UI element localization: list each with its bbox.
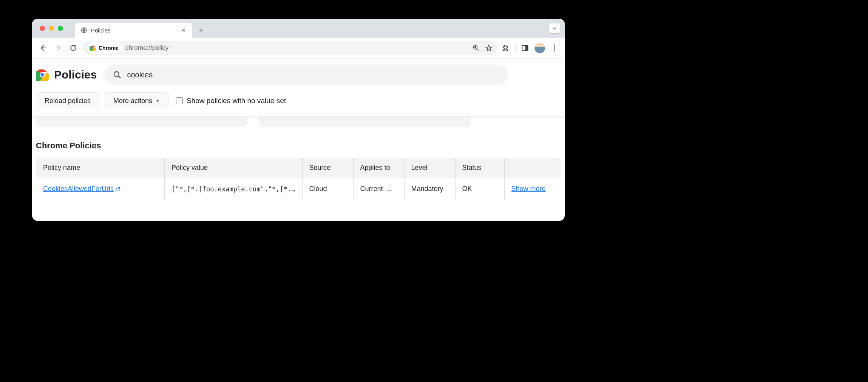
side-panel-icon[interactable] bbox=[520, 43, 530, 53]
section-title: Chrome Policies bbox=[36, 141, 561, 151]
col-policy-value: Policy value bbox=[165, 158, 303, 178]
table-header-row: Policy name Policy value Source Applies … bbox=[36, 158, 561, 178]
svg-point-14 bbox=[114, 72, 119, 77]
col-status: Status bbox=[455, 158, 504, 178]
url-text: chrome://policy bbox=[125, 44, 168, 52]
search-icon bbox=[113, 70, 122, 79]
back-button[interactable] bbox=[37, 42, 49, 54]
reload-policies-button[interactable]: Reload policies bbox=[36, 92, 99, 109]
policy-search-input[interactable] bbox=[127, 71, 500, 79]
globe-icon bbox=[80, 27, 87, 34]
table-row: CookiesAllowedForUrls ["*,[*.]foo.exampl… bbox=[36, 178, 561, 200]
omnibox-actions bbox=[472, 44, 493, 52]
status-cards-row bbox=[36, 118, 561, 127]
chevron-down-icon: ▼ bbox=[155, 98, 160, 103]
svg-point-10 bbox=[554, 49, 555, 51]
external-link-icon bbox=[115, 186, 120, 192]
svg-point-13 bbox=[40, 73, 44, 77]
policy-level-cell: Mandatory bbox=[404, 178, 455, 200]
chrome-logo-icon bbox=[90, 45, 96, 51]
policy-applies-cell: Current … bbox=[353, 178, 404, 200]
profile-avatar[interactable] bbox=[534, 43, 545, 53]
col-actions bbox=[504, 158, 561, 178]
policies-table: Policy name Policy value Source Applies … bbox=[36, 157, 561, 200]
browser-window: Policies Chrome ch bbox=[32, 19, 565, 221]
status-card bbox=[259, 118, 470, 127]
col-source: Source bbox=[302, 158, 353, 178]
new-tab-button[interactable] bbox=[195, 25, 207, 36]
bookmark-icon[interactable] bbox=[485, 44, 493, 52]
svg-point-9 bbox=[554, 47, 555, 48]
svg-rect-7 bbox=[526, 45, 528, 50]
reload-button[interactable] bbox=[68, 42, 79, 54]
tab-strip: Policies bbox=[32, 19, 565, 38]
col-level: Level bbox=[404, 158, 455, 178]
zoom-icon[interactable] bbox=[472, 44, 480, 52]
window-controls bbox=[40, 26, 63, 31]
show-no-value-toggle[interactable]: Show policies with no value set bbox=[176, 97, 286, 105]
svg-point-4 bbox=[93, 48, 94, 49]
toolbar-divider bbox=[515, 44, 516, 52]
more-actions-button[interactable]: More actions ▼ bbox=[105, 92, 168, 109]
sticky-header: Policies Reload policies More actions ▼ bbox=[32, 59, 565, 116]
chrome-logo-icon bbox=[36, 68, 49, 81]
forward-button[interactable] bbox=[53, 42, 64, 54]
col-applies: Applies to bbox=[353, 158, 404, 178]
more-actions-label: More actions bbox=[113, 97, 152, 105]
tab-overflow-button[interactable] bbox=[549, 23, 560, 33]
minimize-window-icon[interactable] bbox=[49, 26, 54, 31]
show-no-value-label: Show policies with no value set bbox=[187, 97, 286, 105]
tab-title: Policies bbox=[91, 27, 176, 34]
show-no-value-checkbox[interactable] bbox=[176, 97, 183, 104]
toolbar-right bbox=[501, 43, 559, 53]
col-policy-name: Policy name bbox=[36, 158, 165, 178]
extensions-icon[interactable] bbox=[501, 43, 511, 53]
policy-name-link[interactable]: CookiesAllowedForUrls bbox=[43, 185, 120, 193]
policy-search[interactable] bbox=[104, 65, 508, 85]
browser-toolbar: Chrome chrome://policy bbox=[32, 38, 565, 59]
reload-policies-label: Reload policies bbox=[45, 97, 91, 105]
svg-point-8 bbox=[554, 45, 555, 46]
site-chip-label: Chrome bbox=[99, 45, 119, 51]
close-tab-icon[interactable] bbox=[180, 27, 187, 34]
site-chip[interactable]: Chrome bbox=[87, 42, 122, 54]
page-title: Policies bbox=[54, 68, 97, 81]
policy-source-cell: Cloud bbox=[302, 178, 353, 200]
policy-value-cell: ["*,[*.]foo.example.com","*,[*.… bbox=[165, 178, 303, 200]
policy-name-text: CookiesAllowedForUrls bbox=[43, 185, 114, 193]
browser-tab[interactable]: Policies bbox=[75, 23, 192, 38]
close-window-icon[interactable] bbox=[40, 26, 45, 31]
omnibox[interactable]: Chrome chrome://policy bbox=[83, 41, 497, 55]
kebab-menu-icon[interactable] bbox=[550, 43, 559, 53]
maximize-window-icon[interactable] bbox=[58, 26, 63, 31]
show-more-link[interactable]: Show more bbox=[511, 185, 546, 193]
status-card bbox=[36, 118, 247, 127]
page-content: Policies Reload policies More actions ▼ bbox=[32, 59, 565, 221]
policy-status-cell: OK bbox=[455, 178, 504, 200]
